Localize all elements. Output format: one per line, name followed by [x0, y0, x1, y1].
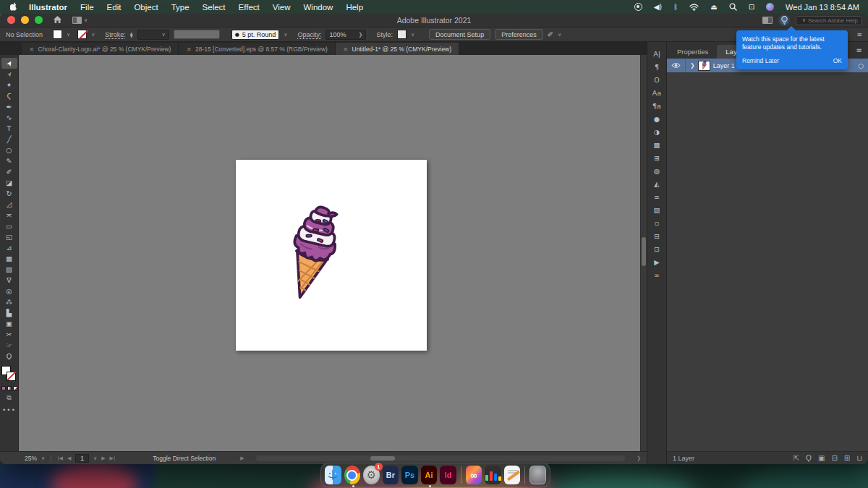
panel-icon-gradient-annotator[interactable]: ◭	[649, 178, 665, 190]
menubar-clock[interactable]: Wed Jan 13 8:54 AM	[786, 3, 859, 12]
document-tab-1[interactable]: × Choral-Clarity-Logo.ai* @ 25 % (CMYK/P…	[22, 43, 179, 55]
tool-rotate[interactable]: ↻	[1, 188, 17, 199]
delete-layer-icon[interactable]: ⊔	[856, 454, 862, 462]
artboard-number-field[interactable]: 1	[75, 454, 89, 463]
canvas-area[interactable]	[19, 55, 640, 451]
next-artboard-button[interactable]: ▶	[101, 455, 105, 461]
tab-properties[interactable]: Properties	[668, 45, 717, 59]
dock-photoshop[interactable]: Ps	[401, 466, 418, 484]
previous-artboard-button[interactable]: ◀	[67, 455, 71, 461]
stroke-weight-dropdown[interactable]: ∨	[137, 30, 169, 40]
dock-document-app[interactable]	[504, 466, 521, 484]
volume-icon[interactable]: ◀)	[654, 3, 663, 11]
canvas-vertical-scrollbar[interactable]	[640, 55, 647, 451]
opacity-label[interactable]: Opacity:	[297, 31, 321, 38]
menu-file[interactable]: File	[80, 3, 94, 12]
discover-lightbulb-icon[interactable]	[779, 15, 789, 25]
search-scope-chevron[interactable]: ∨	[802, 17, 806, 23]
panel-icon-color-guide[interactable]: ◑	[649, 126, 665, 138]
style-chevron[interactable]: ∨	[411, 32, 414, 38]
tool-curvature[interactable]: ∿	[1, 112, 17, 123]
tool-symbol-sprayer[interactable]: ⁂	[1, 296, 17, 307]
make-clipping-mask-icon[interactable]: ▣	[818, 454, 825, 462]
layer-thumbnail[interactable]	[698, 61, 710, 71]
panel-icon-links[interactable]: ∞	[649, 269, 665, 281]
menu-effect[interactable]: Effect	[239, 3, 260, 12]
layer-visibility-icon[interactable]	[671, 62, 681, 69]
panel-icon-swatches[interactable]: ▩	[649, 139, 665, 151]
tool-magic-wand[interactable]: ✦	[1, 80, 17, 90]
panel-icon-actions[interactable]: ▶	[649, 256, 665, 268]
status-play-icon[interactable]: ▶	[240, 455, 244, 461]
dock-trash[interactable]	[529, 466, 546, 484]
tool-zoom[interactable]: Ϙ	[1, 351, 17, 361]
siri-icon[interactable]	[766, 3, 774, 11]
dock-illustrator[interactable]: Ai	[421, 466, 438, 484]
tool-paintbrush[interactable]: ✎	[1, 155, 17, 166]
close-tab-icon[interactable]: ×	[343, 46, 349, 53]
menu-app-name[interactable]: Illustrator	[29, 3, 67, 12]
tool-pen[interactable]: ✒	[1, 101, 17, 112]
fill-stroke-indicator[interactable]	[1, 366, 17, 383]
document-tab-3-active[interactable]: × Untitled-1* @ 25 % (CMYK/Preview)	[336, 43, 459, 55]
panel-icon-color-themes[interactable]: ◍	[649, 165, 665, 177]
edit-toolbar-button[interactable]: •••	[2, 406, 16, 414]
horizontal-scroll-thumb[interactable]	[370, 456, 395, 461]
first-artboard-button[interactable]: |◀	[57, 455, 63, 461]
scroll-right-arrow[interactable]: ❯	[637, 455, 641, 461]
document-setup-button[interactable]: Document Setup	[429, 29, 490, 40]
none-mode-button[interactable]	[13, 386, 17, 390]
panel-icon-character[interactable]: A|	[649, 48, 665, 60]
canvas-horizontal-scrollbar[interactable]	[256, 455, 626, 461]
tool-width[interactable]: ≍	[1, 210, 17, 221]
panel-icon-gradient[interactable]: ▧	[649, 204, 665, 216]
opacity-field[interactable]: 100% ❯	[326, 30, 366, 40]
tool-blend[interactable]: ◎	[1, 286, 17, 296]
bluetooth-icon[interactable]: ᛒ	[673, 3, 678, 11]
panel-icon-transform[interactable]: ▫	[649, 217, 665, 229]
menu-window[interactable]: Window	[303, 3, 333, 12]
tool-lasso[interactable]: Ϛ	[1, 90, 17, 101]
tool-scale[interactable]: ◿	[1, 199, 17, 210]
brush-settings-icon[interactable]: ✐	[548, 30, 553, 38]
screen-record-icon[interactable]	[634, 3, 642, 11]
tool-shape-builder[interactable]: ◱	[1, 231, 17, 242]
brush-definition-dropdown[interactable]: ● 5 pt. Round	[231, 30, 280, 40]
close-tab-icon[interactable]: ×	[29, 46, 35, 53]
panel-icon-paragraph-styles[interactable]: ¶a	[649, 100, 665, 112]
color-mode-button[interactable]	[1, 386, 6, 390]
tool-direct-selection[interactable]: ➢	[1, 69, 17, 80]
menu-object[interactable]: Object	[134, 3, 158, 12]
remind-later-button[interactable]: Remind Later	[742, 57, 779, 65]
stroke-swatch[interactable]	[77, 30, 87, 39]
menu-type[interactable]: Type	[171, 3, 190, 12]
menu-edit[interactable]: Edit	[107, 3, 122, 12]
dock-finder[interactable]	[325, 466, 341, 484]
drawing-modes-button[interactable]: ⧉	[7, 394, 11, 402]
layer-expand-chevron[interactable]: ❯	[690, 62, 695, 69]
menu-help[interactable]: Help	[346, 3, 363, 12]
menu-select[interactable]: Select	[203, 3, 226, 12]
tool-ellipse[interactable]: ○	[1, 145, 17, 155]
tool-hand[interactable]: ☞	[1, 340, 17, 351]
display-icon[interactable]: ⊡	[749, 3, 754, 11]
tool-eyedropper[interactable]: ∇	[1, 275, 17, 286]
panel-icon-opentype[interactable]: O	[649, 74, 665, 86]
panel-icon-paragraph[interactable]: ¶	[649, 61, 665, 73]
dock-chrome[interactable]	[344, 466, 361, 484]
panel-icon-character-styles[interactable]: Aa	[649, 87, 665, 99]
ok-button[interactable]: OK	[833, 57, 842, 65]
tool-free-transform[interactable]: ▭	[1, 221, 17, 231]
artboard-chevron[interactable]: ∨	[93, 455, 97, 461]
stroke-label[interactable]: Stroke:	[105, 31, 126, 38]
stroke-weight-stepper[interactable]: ▲▼	[130, 32, 133, 38]
layer-target-icon[interactable]: ○	[858, 62, 864, 69]
locate-object-icon[interactable]: Ϙ	[806, 454, 812, 462]
help-search-field[interactable]: ∨	[796, 16, 862, 25]
control-panel-menu-icon[interactable]: ≡	[856, 31, 862, 38]
dock-indesign[interactable]: Id	[440, 466, 456, 484]
eject-icon[interactable]: ⏏	[710, 3, 717, 11]
tool-mesh[interactable]: ▦	[1, 253, 17, 264]
tool-type[interactable]: T	[1, 123, 17, 134]
zoom-level-chevron[interactable]: ∨	[41, 455, 45, 461]
